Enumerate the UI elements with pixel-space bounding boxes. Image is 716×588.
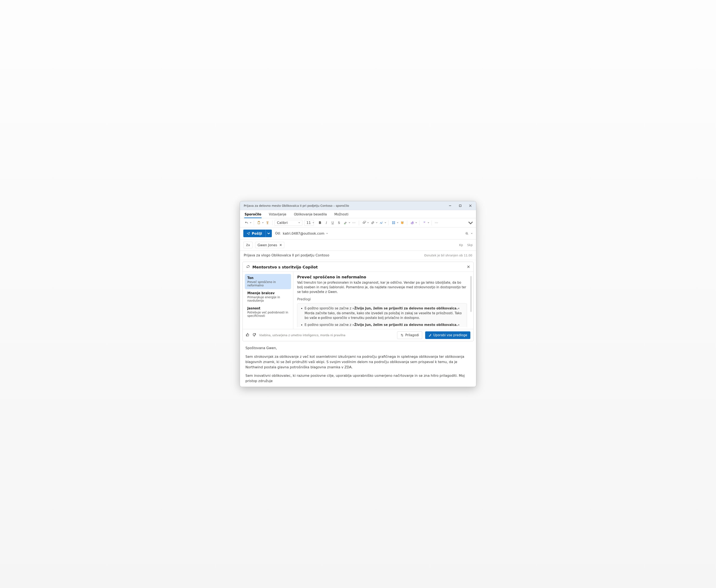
svg-point-8: [412, 223, 412, 223]
italic-button[interactable]: I: [323, 220, 329, 226]
copilot-paragraph: Vaš trenutni ton je profesionalen in kaž…: [297, 280, 467, 294]
bold-button[interactable]: B: [317, 220, 323, 226]
topic-tone[interactable]: Ton Preveč sproščeno in neformalno: [245, 274, 291, 289]
adjust-label: Prilagodi: [405, 333, 419, 337]
draft-status: Osnutek je bil shranjen ob 11.00: [424, 254, 472, 257]
tab-format[interactable]: Oblikovanje besedila: [293, 212, 328, 218]
send-button[interactable]: Pošlji: [243, 230, 272, 237]
font-size-label: 11: [307, 221, 311, 225]
cc-button[interactable]: Kp: [459, 243, 463, 247]
window-buttons: [445, 201, 475, 210]
underline-button[interactable]: U: [330, 220, 335, 226]
compose-window: Prijava za delovno mesto Oblikovalca II …: [240, 201, 476, 387]
apps-chevron-icon[interactable]: [397, 222, 399, 224]
from-selector[interactable]: Od: katri.0487@outlook.com: [275, 231, 328, 235]
divider: [431, 220, 432, 225]
tab-insert[interactable]: Vstavljanje: [268, 212, 287, 218]
highlight-button[interactable]: [342, 220, 348, 226]
topic-clarity[interactable]: Jasnost Potrebuje več podrobnosti in spe…: [245, 304, 291, 319]
thumbs-down-button[interactable]: [252, 333, 256, 337]
topic-subtitle: Preveč sproščeno in neformalno: [247, 280, 289, 287]
adjust-button[interactable]: Prilagodi: [397, 331, 422, 339]
signature-button[interactable]: [378, 220, 384, 226]
ribbon-tabs: Sporočilo Vstavljanje Oblikovanje besedi…: [240, 210, 476, 218]
font-name-select[interactable]: Calibri: [275, 220, 302, 226]
ribbon-expand-button[interactable]: [468, 220, 473, 226]
tab-options[interactable]: Možnosti: [334, 212, 349, 218]
copilot-panel: Mentorstvo s storitvijo Copilot Ton Prev…: [243, 262, 473, 341]
copilot-detail: Preveč sproščeno in neformalno Vaš trenu…: [293, 272, 473, 329]
immersive-reader-button[interactable]: [399, 220, 405, 226]
topic-subtitle: Potrebuje več podrobnosti in specifičnos…: [247, 311, 289, 317]
to-button[interactable]: Za: [243, 241, 253, 248]
copilot-footer: Vsebina, ustvarjena z umetno inteligenco…: [243, 329, 473, 341]
paste-button[interactable]: [256, 220, 261, 226]
toolbar-more-button[interactable]: ⋯: [434, 220, 439, 226]
title-bar: Prijava za delovno mesto Oblikovalca II …: [240, 201, 476, 210]
attach-button[interactable]: [361, 220, 367, 226]
suggestion-item: E-poštno sporočilo se začne z »Živijo Ju…: [304, 322, 463, 327]
body-paragraph: Sem inovativni oblikovalec, ki razume po…: [246, 373, 470, 384]
tab-compose[interactable]: Sporočilo: [244, 212, 262, 218]
copilot-scrollbar[interactable]: [470, 275, 472, 327]
email-body[interactable]: Spoštovana Gwen, Sem strokovnjak za obli…: [240, 344, 476, 387]
highlight-chevron-icon[interactable]: [349, 222, 351, 224]
topic-subtitle: Primanjkuje energije in navdušenja: [247, 295, 289, 302]
copilot-title: Mentorstvo s storitvijo Copilot: [252, 265, 318, 269]
remove-recipient-icon[interactable]: [279, 243, 282, 247]
send-icon: [247, 232, 250, 235]
copilot-close-button[interactable]: [467, 265, 470, 269]
font-name-label: Calibri: [277, 221, 288, 225]
window-title: Prijava za delovno mesto Oblikovalca II …: [244, 204, 349, 207]
link-button[interactable]: [370, 220, 375, 226]
maximize-button[interactable]: [455, 201, 465, 210]
font-size-select[interactable]: 11: [304, 220, 314, 226]
copilot-coach-icon: [246, 265, 250, 270]
recipient-pill[interactable]: Gwen Jones: [255, 242, 284, 248]
apps-button[interactable]: [391, 220, 396, 226]
apply-all-button[interactable]: Uporabi vse predloge: [425, 331, 470, 339]
send-split-button[interactable]: [266, 230, 272, 237]
loop-chevron-icon[interactable]: [415, 222, 417, 224]
ribbon-toolbar: Calibri 11 B I U S ⋯: [240, 218, 476, 228]
copilot-chevron-icon[interactable]: [427, 222, 429, 224]
format-painter-button[interactable]: [265, 220, 270, 226]
bcc-button[interactable]: Skp: [467, 243, 473, 247]
suggestions-box: E-poštno sporočilo se začne z »Živijo Ju…: [297, 303, 467, 327]
suggestions-label: Predlogi: [297, 297, 467, 301]
svg-point-10: [401, 334, 402, 335]
magic-wand-icon: [428, 334, 432, 337]
from-address: katri.0487@outlook.com: [283, 231, 324, 235]
copilot-button[interactable]: [422, 220, 427, 226]
signature-chevron-icon[interactable]: [384, 222, 386, 224]
subject-field[interactable]: Prijava za vlogo Oblikovalca II pri podj…: [244, 253, 329, 257]
apply-label: Uporabi vse predloge: [434, 333, 467, 337]
link-chevron-icon[interactable]: [376, 222, 378, 224]
minimize-button[interactable]: [445, 201, 455, 210]
zoom-chevron-icon[interactable]: [471, 233, 473, 234]
body-paragraph: Sem strokovnjak za oblikovanje z več kot…: [246, 354, 470, 370]
thumbs-up-button[interactable]: [246, 333, 249, 337]
to-row: Za Gwen Jones Kp Skp: [240, 239, 476, 251]
copilot-topics: Ton Preveč sproščeno in neformalno Mnenj…: [243, 272, 293, 329]
paste-chevron-icon[interactable]: [262, 222, 264, 224]
loop-button[interactable]: [409, 220, 415, 226]
svg-rect-4: [394, 222, 395, 223]
topic-title: Ton: [247, 276, 289, 280]
copilot-heading: Preveč sproščeno in neformalno: [297, 275, 467, 279]
svg-point-11: [402, 336, 403, 336]
undo-chevron-icon[interactable]: [250, 222, 252, 224]
recipient-name: Gwen Jones: [257, 243, 277, 247]
strike-button[interactable]: S: [336, 220, 342, 226]
close-button[interactable]: [465, 201, 475, 210]
undo-button[interactable]: [244, 220, 249, 226]
from-label: Od:: [275, 231, 281, 235]
body-greeting: Spoštovana Gwen,: [246, 345, 470, 351]
subject-row: Prijava za vlogo Oblikovalca II pri podj…: [240, 251, 476, 260]
svg-rect-0: [459, 205, 461, 207]
topic-reader[interactable]: Mnenje bralcev Primanjkuje energije in n…: [245, 289, 291, 304]
format-more-button[interactable]: ⋯: [351, 220, 357, 226]
zoom-button[interactable]: [464, 230, 469, 236]
attach-chevron-icon[interactable]: [367, 222, 369, 224]
svg-point-7: [403, 222, 403, 222]
